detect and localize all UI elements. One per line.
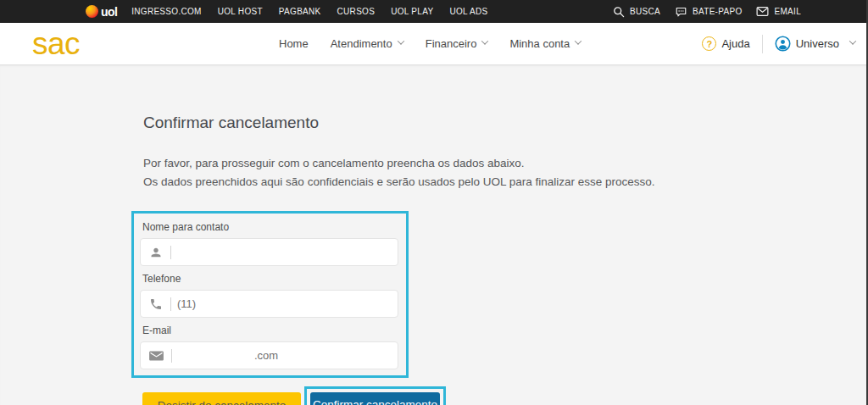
nav-atendimento-label: Atendimento	[331, 37, 392, 50]
phone-icon	[149, 297, 163, 311]
vertical-divider	[762, 35, 763, 53]
email-value: .com	[254, 349, 278, 362]
input-cursor	[170, 246, 171, 259]
topbar-link-cursos[interactable]: CURSOS	[337, 7, 376, 16]
topbar-bate-papo[interactable]: BATE-PAPO	[675, 6, 742, 18]
envelope-icon	[149, 350, 164, 362]
input-cursor	[171, 349, 172, 363]
nav-financeiro-label: Financeiro	[426, 37, 477, 50]
confirm-button-highlight: Confirmar cancelamento	[304, 386, 446, 405]
page-title: Confirmar cancelamento	[143, 114, 868, 132]
confirmar-cancelamento-button[interactable]: Confirmar cancelamento	[310, 392, 440, 405]
topbar-links: INGRESSO.COM UOL HOST PAGBANK CURSOS UOL…	[131, 7, 487, 16]
nome-input[interactable]	[140, 238, 398, 266]
nav-home[interactable]: Home	[279, 37, 309, 50]
sac-logo[interactable]: sac	[32, 26, 80, 62]
uol-logo-ball-icon	[86, 5, 98, 18]
email-label: E-mail	[142, 325, 398, 336]
desistir-cancelamento-button[interactable]: Desistir do cancelamento	[142, 392, 301, 405]
topbar-link-pagbank[interactable]: PAGBANK	[279, 7, 321, 16]
form-field-nome: Nome para contato	[140, 221, 398, 266]
topbar-link-uol-host[interactable]: UOL HOST	[218, 7, 263, 16]
help-link[interactable]: ? Ajuda	[702, 36, 749, 51]
nav-minha-conta[interactable]: Minha conta	[509, 37, 581, 50]
chevron-down-icon	[481, 37, 488, 44]
envelope-icon	[756, 6, 769, 17]
topbar-link-uol-play[interactable]: UOL PLAY	[391, 7, 433, 16]
account-menu[interactable]: Universo	[775, 36, 855, 52]
topbar-link-uol-ads[interactable]: UOL ADS	[449, 7, 487, 16]
person-icon	[149, 246, 163, 259]
browser-viewport: uol INGRESSO.COM UOL HOST PAGBANK CURSOS…	[0, 0, 868, 405]
topbar-busca[interactable]: BUSCA	[613, 6, 660, 18]
topbar-busca-label: BUSCA	[630, 7, 660, 16]
nav-atendimento[interactable]: Atendimento	[331, 37, 403, 50]
chat-bubble-icon	[675, 6, 687, 18]
user-circle-icon	[775, 36, 791, 52]
telefone-label: Telefone	[142, 273, 398, 285]
sac-nav: Home Atendimento Financeiro Minha conta	[279, 23, 581, 64]
buttons-row: Desistir do cancelamento Confirmar cance…	[142, 386, 868, 405]
help-label: Ajuda	[721, 37, 749, 50]
topbar-email-label: EMAIL	[774, 7, 801, 16]
input-cursor	[170, 297, 171, 311]
uol-logo[interactable]: uol	[86, 5, 117, 19]
form-field-email: E-mail .com	[140, 325, 398, 369]
chevron-down-icon	[849, 37, 856, 44]
intro-text-line2: Os dados preenchidos aqui são confidenci…	[143, 173, 868, 191]
uol-logo-text: uol	[101, 5, 117, 19]
topbar-bate-papo-label: BATE-PAPO	[693, 7, 742, 16]
topbar-link-ingresso[interactable]: INGRESSO.COM	[131, 7, 202, 16]
form-field-telefone: Telefone (11)	[140, 273, 398, 318]
nome-label: Nome para contato	[142, 221, 398, 233]
uol-topbar: uol INGRESSO.COM UOL HOST PAGBANK CURSOS…	[0, 0, 868, 23]
content-inner: Confirmar cancelamento Por favor, para p…	[0, 65, 868, 405]
cancellation-form-highlight: Nome para contato Telefone	[131, 211, 409, 378]
nav-financeiro[interactable]: Financeiro	[426, 37, 488, 50]
sac-header: sac Home Atendimento Financeiro Minha co…	[0, 23, 868, 65]
topbar-left: uol INGRESSO.COM UOL HOST PAGBANK CURSOS…	[86, 5, 487, 19]
main-content: Confirmar cancelamento Por favor, para p…	[0, 65, 868, 405]
telefone-value: (11)	[177, 297, 196, 310]
nav-minha-conta-label: Minha conta	[509, 37, 570, 50]
sac-header-right: ? Ajuda Universo	[702, 23, 855, 64]
nav-home-label: Home	[279, 37, 309, 50]
intro-text-line1: Por favor, para prosseguir com o cancela…	[143, 154, 868, 173]
chevron-down-icon	[397, 37, 403, 44]
topbar-actions: BUSCA BATE-PAPO EMAIL	[613, 6, 801, 18]
account-label: Universo	[796, 37, 839, 50]
topbar-email[interactable]: EMAIL	[756, 6, 801, 17]
chevron-down-icon	[575, 37, 581, 44]
telefone-input[interactable]: (11)	[140, 290, 398, 318]
question-mark-icon: ?	[702, 36, 716, 51]
email-input[interactable]: .com	[140, 341, 398, 369]
search-icon	[613, 6, 625, 18]
